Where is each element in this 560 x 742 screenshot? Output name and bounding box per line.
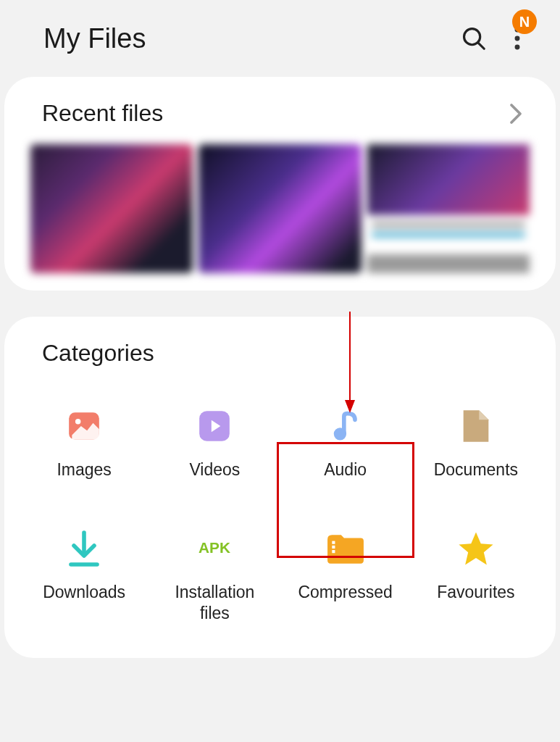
category-favourites[interactable]: Favourites bbox=[411, 521, 541, 631]
category-label: Documents bbox=[434, 459, 518, 480]
category-label: Images bbox=[57, 459, 111, 480]
svg-point-6 bbox=[75, 419, 81, 425]
recent-files-title: Recent files bbox=[42, 100, 163, 127]
star-icon bbox=[456, 528, 496, 569]
svg-point-8 bbox=[333, 428, 346, 440]
categories-card: Categories Images Videos bbox=[4, 317, 556, 658]
category-images[interactable]: Images bbox=[19, 399, 149, 488]
recent-thumbnail[interactable] bbox=[367, 144, 530, 273]
music-note-icon bbox=[325, 406, 366, 446]
recent-files-header[interactable]: Recent files bbox=[4, 100, 556, 144]
category-installation-files[interactable]: APK Installationfiles bbox=[149, 521, 280, 631]
folder-zip-icon bbox=[325, 528, 366, 569]
recent-files-card: Recent files bbox=[4, 77, 556, 291]
svg-point-3 bbox=[515, 36, 520, 41]
svg-point-4 bbox=[515, 45, 520, 50]
download-icon bbox=[64, 528, 104, 569]
svg-rect-14 bbox=[332, 550, 335, 553]
category-label: Videos bbox=[189, 459, 240, 480]
recent-thumbnails[interactable] bbox=[4, 144, 556, 273]
apk-icon: APK bbox=[194, 528, 235, 569]
svg-rect-12 bbox=[332, 541, 335, 543]
category-label: Compressed bbox=[298, 582, 392, 603]
category-videos[interactable]: Videos bbox=[149, 399, 280, 488]
svg-text:APK: APK bbox=[198, 539, 230, 556]
svg-line-1 bbox=[478, 43, 484, 49]
header-actions: N bbox=[457, 22, 524, 55]
category-label: Favourites bbox=[437, 582, 514, 603]
category-label: Downloads bbox=[43, 582, 125, 603]
categories-title: Categories bbox=[42, 340, 154, 367]
category-label: Audio bbox=[324, 459, 367, 480]
chevron-right-icon bbox=[508, 103, 524, 125]
video-icon bbox=[194, 406, 235, 446]
categories-grid: Images Videos Audio bbox=[4, 384, 556, 636]
recent-thumbnail[interactable] bbox=[30, 144, 193, 273]
page-title: My Files bbox=[43, 23, 146, 54]
category-compressed[interactable]: Compressed bbox=[280, 521, 411, 631]
category-label: Installationfiles bbox=[175, 582, 254, 624]
search-icon bbox=[460, 25, 488, 52]
notification-badge: N bbox=[512, 9, 537, 34]
recent-thumbnail[interactable] bbox=[198, 144, 361, 273]
categories-header: Categories bbox=[4, 340, 556, 384]
document-icon bbox=[456, 406, 496, 446]
category-documents[interactable]: Documents bbox=[411, 399, 541, 488]
image-icon bbox=[64, 406, 104, 446]
category-audio[interactable]: Audio bbox=[280, 399, 411, 488]
app-header: My Files N bbox=[0, 0, 560, 77]
category-downloads[interactable]: Downloads bbox=[19, 521, 149, 631]
search-button[interactable] bbox=[457, 22, 490, 55]
svg-rect-13 bbox=[332, 546, 335, 549]
